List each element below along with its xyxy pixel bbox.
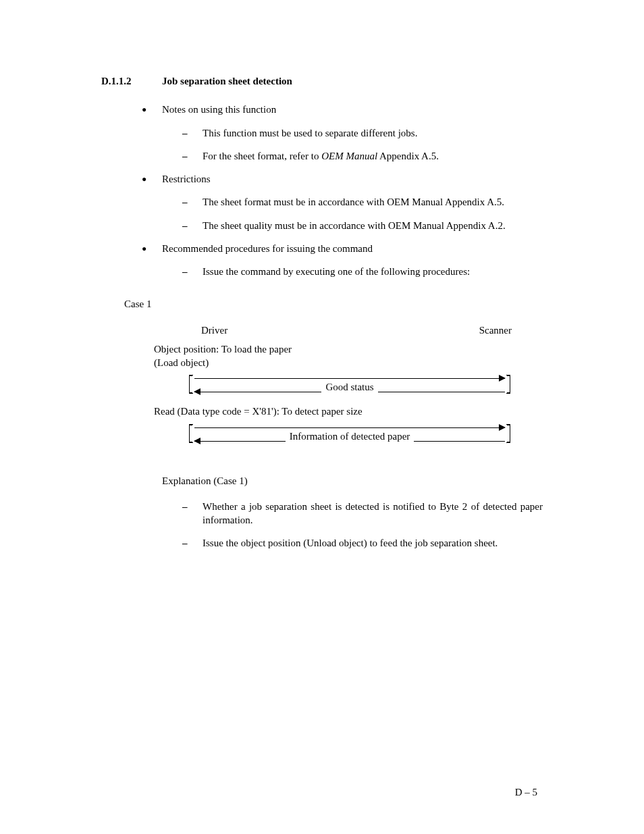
bullet-icon: ● bbox=[142, 172, 162, 186]
dash-icon: – bbox=[182, 500, 203, 527]
arrowhead-right-icon bbox=[499, 424, 506, 431]
bullet-label: Notes on using this function bbox=[162, 103, 543, 116]
dash-icon: – bbox=[182, 149, 203, 163]
dash-icon: – bbox=[182, 219, 203, 232]
sub-item: – The sheet quality must be in accordanc… bbox=[182, 219, 543, 232]
message-1: Object position: To load the paper (Load… bbox=[154, 342, 512, 370]
bracket-left-icon bbox=[189, 375, 193, 394]
sub-item: – For the sheet format, refer to OEM Man… bbox=[182, 149, 543, 163]
explanation-item: – Issue the object position (Unload obje… bbox=[182, 536, 543, 550]
dash-icon: – bbox=[182, 126, 203, 140]
response-label: Good status bbox=[321, 380, 377, 394]
text-suffix: Appendix A.5. bbox=[377, 151, 439, 161]
case-label: Case 1 bbox=[124, 297, 543, 311]
sequence-diagram: Driver Scanner Object position: To load … bbox=[154, 323, 512, 446]
sub-item: – Issue the command by executing one of … bbox=[182, 265, 543, 278]
sub-text: The sheet format must be in accordance w… bbox=[203, 195, 543, 209]
sub-item: – The sheet format must be in accordance… bbox=[182, 195, 543, 209]
bullet-notes: ● Notes on using this function bbox=[142, 103, 543, 116]
bullet-icon: ● bbox=[142, 103, 162, 116]
arrow-left: Information of detected paper bbox=[194, 435, 505, 447]
sub-text: The sheet quality must be in accordance … bbox=[203, 219, 543, 232]
bullet-label: Recommended procedures for issuing the c… bbox=[162, 242, 543, 255]
text-prefix: For the sheet format, refer to bbox=[203, 151, 321, 161]
bracket-right-icon bbox=[506, 424, 510, 443]
text-italic: OEM Manual bbox=[321, 151, 377, 161]
dash-icon: – bbox=[182, 265, 203, 278]
sub-text: Issue the command by executing one of th… bbox=[203, 265, 543, 278]
driver-label: Driver bbox=[201, 323, 227, 337]
response-label: Information of detected paper bbox=[286, 429, 414, 443]
bullet-icon: ● bbox=[142, 242, 162, 255]
msg1-line2: (Load object) bbox=[154, 356, 512, 369]
arrow-group-2: Information of detected paper bbox=[194, 419, 505, 446]
bracket-right-icon bbox=[506, 375, 510, 394]
explanation-text: Issue the object position (Unload object… bbox=[203, 536, 543, 550]
sub-text: For the sheet format, refer to OEM Manua… bbox=[203, 149, 543, 163]
bracket-left-icon bbox=[189, 424, 193, 443]
explanation-heading: Explanation (Case 1) bbox=[162, 474, 543, 488]
bullet-procedures: ● Recommended procedures for issuing the… bbox=[142, 242, 543, 255]
arrowhead-left-icon bbox=[194, 388, 200, 395]
arrow-left: Good status bbox=[194, 386, 505, 398]
explanation-text: Whether a job separation sheet is detect… bbox=[203, 500, 543, 527]
message-2: Read (Data type code = X'81'): To detect… bbox=[154, 405, 512, 418]
scanner-label: Scanner bbox=[479, 323, 512, 337]
page: D.1.1.2 Job separation sheet detection ●… bbox=[0, 0, 644, 834]
dash-icon: – bbox=[182, 195, 203, 209]
dash-icon: – bbox=[182, 536, 203, 550]
bullet-restrictions: ● Restrictions bbox=[142, 172, 543, 186]
diagram-header: Driver Scanner bbox=[154, 323, 512, 337]
sub-item: – This function must be used to separate… bbox=[182, 126, 543, 140]
page-number: D – 5 bbox=[515, 785, 537, 799]
explanation-item: – Whether a job separation sheet is dete… bbox=[182, 500, 543, 527]
section-number: D.1.1.2 bbox=[101, 74, 162, 88]
arrowhead-right-icon bbox=[499, 375, 506, 382]
sub-text: This function must be used to separate d… bbox=[203, 126, 543, 140]
msg1-line1: Object position: To load the paper bbox=[154, 342, 512, 356]
section-heading: D.1.1.2 Job separation sheet detection bbox=[101, 74, 543, 88]
section-title: Job separation sheet detection bbox=[162, 74, 543, 88]
arrowhead-left-icon bbox=[194, 438, 200, 444]
bullet-label: Restrictions bbox=[162, 172, 543, 186]
arrow-group-1: Good status bbox=[194, 369, 505, 396]
